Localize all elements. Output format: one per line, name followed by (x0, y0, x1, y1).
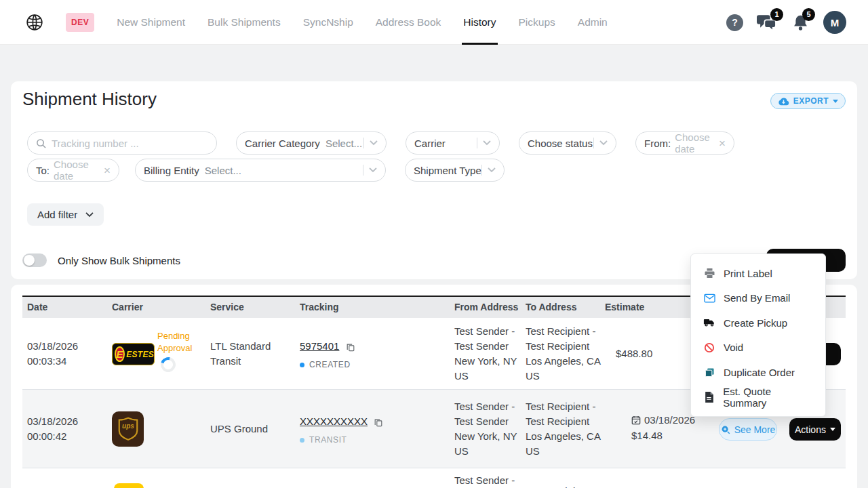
nav-item-address-book[interactable]: Address Book (376, 0, 441, 45)
row-actions-button[interactable]: Actions (789, 418, 841, 441)
estimate-cell: 03/18/2026 $14.48 (631, 413, 695, 443)
clear-from-date-icon[interactable]: × (719, 138, 726, 149)
bulk-shipments-toggle[interactable] (22, 253, 47, 267)
estimate-date: 03/18/2026 (644, 413, 695, 428)
service-name: LTL Standard Transit (210, 339, 286, 369)
shipment-date: 03/18/2026 00:00:42 (27, 414, 102, 444)
nav-item-syncnship[interactable]: SyncNship (303, 0, 353, 45)
chevron-down-icon (85, 212, 94, 218)
chevron-down-icon (370, 140, 378, 146)
bulk-shipments-toggle-label: Only Show Bulk Shipments (58, 255, 180, 266)
document-icon (703, 392, 715, 403)
caret-down-icon (830, 428, 835, 431)
notification-badge: 5 (802, 8, 815, 21)
add-filter-button[interactable]: Add filter (27, 203, 104, 226)
status-select[interactable]: Choose status (519, 131, 616, 155)
duplicate-icon (703, 367, 715, 378)
help-icon[interactable]: ? (726, 14, 743, 31)
shipment-type-select[interactable]: Shipment Type (405, 159, 505, 182)
nav-item-bulk-shipments[interactable]: Bulk Shipments (208, 0, 281, 45)
active-tab-underline (462, 43, 497, 45)
chevron-down-icon (369, 167, 377, 173)
copy-icon[interactable] (374, 418, 383, 427)
avatar[interactable]: M (823, 11, 846, 34)
printer-icon (703, 268, 715, 279)
estimate-value: $14.48 (631, 428, 695, 443)
menu-item-void[interactable]: Void (691, 336, 825, 361)
search-icon (36, 138, 46, 148)
to-address: Test Recipient - Test Recipient Los Ange… (526, 324, 603, 384)
to-address: Test Recipient - Test Recipient Los Ange… (526, 399, 603, 459)
from-address: Test Sender - Test Sender New York, NY U… (454, 324, 522, 384)
col-header-tracking: Tracking (300, 297, 339, 318)
estimate-value: $488.80 (616, 346, 652, 361)
col-header-date: Date (27, 297, 47, 318)
zoom-in-icon (721, 425, 730, 434)
tracking-input-field[interactable] (52, 138, 208, 149)
app-logo-globe-icon[interactable] (26, 14, 43, 31)
carrier-select[interactable]: Carrier (406, 131, 500, 155)
pending-approval-label: Pending Approval (157, 330, 202, 354)
chevron-down-icon (483, 140, 491, 146)
svg-text:ups: ups (122, 422, 134, 430)
menu-item-create-pickup[interactable]: Create Pickup (691, 310, 825, 336)
from-date-field[interactable]: From: Choose date × (635, 131, 734, 155)
dev-badge: DEV (66, 13, 94, 32)
from-address: Test Sender - (454, 473, 522, 488)
chevron-down-icon (599, 140, 608, 146)
shipment-date: 03/18/2026 00:03:34 (27, 339, 102, 369)
cloud-download-icon (778, 97, 789, 106)
nav-item-history[interactable]: History (463, 0, 496, 45)
status-badge: CREATED (300, 357, 435, 372)
col-header-from: From Address (454, 297, 518, 318)
tracking-link[interactable]: XXXXXXXXXX (300, 415, 368, 427)
tracking-search-input[interactable] (27, 131, 217, 155)
page-title: Shipment History (22, 89, 157, 110)
top-nav: DEV New Shipment Bulk Shipments SyncNshi… (0, 0, 868, 45)
void-icon (703, 342, 715, 353)
from-address: Test Sender - Test Sender New York, NY U… (454, 399, 522, 459)
see-more-button[interactable]: See More (719, 418, 777, 441)
caret-down-icon (833, 100, 838, 103)
nav-left: DEV New Shipment Bulk Shipments SyncNshi… (26, 0, 608, 45)
tracking-link[interactable]: 5975401 (300, 340, 339, 352)
clear-to-date-icon[interactable]: × (104, 165, 111, 176)
service-name: UPS Ground (210, 422, 292, 436)
menu-item-est-quote-summary[interactable]: Est. Quote Summary (691, 385, 825, 410)
estes-carrier-logo: E ESTES (112, 343, 155, 365)
nav-right: ? 1 5 M (726, 0, 846, 45)
envelope-icon (703, 293, 715, 303)
notifications-button[interactable]: 5 (791, 14, 810, 32)
carrier-category-select[interactable]: Carrier Category Select... (236, 131, 387, 155)
truck-icon (703, 318, 715, 327)
nav-item-admin[interactable]: Admin (578, 0, 608, 45)
chat-button[interactable]: 1 (757, 14, 778, 32)
chevron-down-icon (488, 167, 496, 173)
col-header-carrier: Carrier (112, 297, 143, 318)
tracking-cell: 5975401 CREATED (300, 339, 435, 372)
status-dot (300, 363, 304, 367)
nav-item-new-shipment[interactable]: New Shipment (117, 0, 185, 45)
table-row: Test Sender - Test Recipient - (22, 468, 846, 488)
billing-entity-select[interactable]: Billing Entity Select... (135, 159, 386, 182)
nav-item-pickups[interactable]: Pickups (519, 0, 555, 45)
col-header-service: Service (210, 297, 244, 318)
menu-item-send-by-email[interactable]: Send By Email (691, 286, 825, 311)
shipment-history-screen: DEV New Shipment Bulk Shipments SyncNshi… (0, 0, 868, 488)
menu-item-duplicate-order[interactable]: Duplicate Order (691, 360, 825, 385)
status-dot (300, 438, 304, 443)
calendar-icon (631, 415, 641, 425)
to-date-field[interactable]: To: Choose date × (27, 159, 119, 182)
menu-item-print-label[interactable]: Print Label (691, 261, 825, 286)
col-header-estimate: Estimate (605, 297, 644, 318)
actions-menu: Print Label Send By Email Create Pickup … (690, 253, 826, 417)
to-address: Test Recipient - (526, 484, 603, 488)
tracking-cell: XXXXXXXXXX TRANSIT (300, 414, 442, 447)
ups-carrier-logo: ups (112, 411, 144, 447)
status-badge: TRANSIT (300, 432, 442, 447)
copy-icon[interactable] (346, 342, 355, 352)
col-header-to: To Address (526, 297, 576, 318)
chat-badge: 1 (770, 8, 783, 21)
carrier-logo (114, 483, 144, 488)
export-button[interactable]: EXPORT (770, 93, 846, 109)
